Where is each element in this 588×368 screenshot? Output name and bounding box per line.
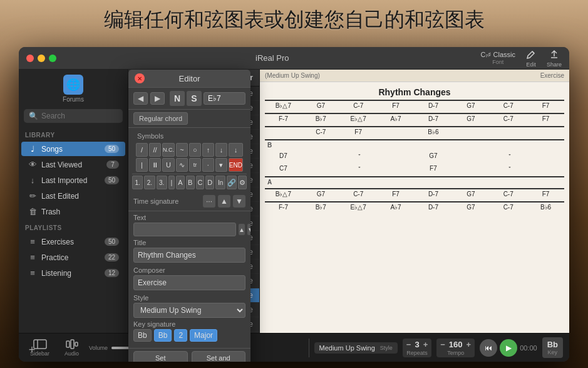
sidebar-item-trash[interactable]: 🗑 Trash	[21, 204, 125, 219]
chinese-title: 编辑任何和弦图表或创建您自己的和弦图表	[0, 6, 588, 34]
letter-a[interactable]: A	[176, 176, 185, 189]
maximize-button[interactable]	[49, 55, 56, 62]
marker-1[interactable]: 1.	[132, 176, 143, 189]
edit-button[interactable]: Edit	[525, 49, 537, 68]
symbols-label: Symbols	[132, 129, 247, 141]
key-sig-bb1[interactable]: Bb	[133, 329, 152, 342]
repeats-plus[interactable]: +	[423, 340, 428, 349]
time-sig-up[interactable]: ▲	[218, 195, 230, 208]
forums-label: Forums	[63, 96, 84, 103]
marker-3[interactable]: 3.	[157, 176, 167, 189]
editor-title: Editor	[179, 74, 200, 83]
symbols-grid: / // N.C. ~ ○ ↑ ↓ ↓ | ⏸ U ∿ tr · ▾ END	[132, 141, 247, 174]
tempo-minus[interactable]: −	[440, 340, 445, 349]
sheet-tempo-label: (Medium Up Swing)	[265, 72, 320, 79]
nav-forward-button[interactable]: ▶	[150, 92, 165, 105]
sym-dot[interactable]: ·	[202, 158, 214, 172]
forums-icon[interactable]: 🌐	[63, 75, 83, 95]
audio-icon	[66, 339, 78, 349]
key-sig-row: Bb Bb 2 Major	[133, 329, 245, 342]
text-up-button[interactable]: ▲	[239, 224, 245, 235]
sym-fermata[interactable]: U	[162, 158, 175, 172]
audio-toggle[interactable]: Audio	[59, 339, 84, 357]
sym-tr[interactable]: tr	[189, 158, 201, 172]
sym-circle[interactable]: ○	[189, 143, 201, 157]
letter-c[interactable]: C	[196, 176, 205, 189]
time-sig-dots[interactable]: ···	[203, 195, 215, 208]
chord-input[interactable]: E♭7	[204, 92, 245, 105]
sym-double-slash[interactable]: //	[149, 143, 161, 157]
sym-end[interactable]: END	[229, 158, 243, 172]
tempo-plus[interactable]: +	[467, 340, 472, 349]
sheet-row-1: B♭△7 G7 C-7 F7 D-7 G7 C-7 F7	[265, 100, 564, 110]
practice-icon: ≡	[28, 253, 38, 262]
style-value: Medium Up Swing	[319, 344, 375, 352]
text-down-button[interactable]: ▼	[247, 224, 250, 235]
text-input[interactable]	[133, 223, 236, 236]
sym-bar[interactable]: |	[136, 158, 148, 172]
letter-in[interactable]: In	[215, 176, 225, 189]
rewind-button[interactable]: ⏮	[480, 339, 497, 357]
sidebar-item-last-viewed[interactable]: 👁 Last Viewed 7	[21, 157, 125, 172]
title-bar-actions: C₇♯ Classic Font Edit Share	[481, 49, 562, 68]
minimize-button[interactable]	[38, 55, 45, 62]
repeats-minus[interactable]: −	[406, 340, 411, 349]
sidebar-item-songs[interactable]: ♩ Songs 50	[21, 142, 125, 156]
marker-2[interactable]: 2.	[144, 176, 155, 189]
style-display[interactable]: Medium Up Swing Style	[314, 342, 398, 354]
last-imported-icon: ↓	[28, 176, 38, 185]
sym-tilde[interactable]: ~	[176, 143, 188, 157]
sym-staccato[interactable]: ▾	[215, 158, 227, 172]
share-button[interactable]: Share	[547, 49, 562, 68]
letter-d[interactable]: D	[205, 176, 214, 189]
font-section: C₇♯ Classic Font	[481, 51, 515, 65]
time-sig-controls: ··· ▲ ▼	[203, 195, 245, 208]
letter-b[interactable]: B	[186, 176, 195, 189]
sym-up[interactable]: ↑	[202, 143, 214, 157]
song-title-input[interactable]	[133, 248, 245, 263]
volume-label: Volume	[89, 345, 108, 351]
marker-bar[interactable]: |	[168, 176, 175, 189]
listening-icon: ≡	[28, 268, 38, 278]
sidebar-item-listening[interactable]: ≡ Listening 12	[21, 266, 125, 280]
time-sig-down[interactable]: ▼	[233, 195, 245, 208]
key-sig-major[interactable]: Major	[190, 329, 217, 342]
sym-down1[interactable]: ↓	[215, 143, 227, 157]
nav-back-button[interactable]: ◀	[133, 92, 148, 105]
regular-chord-button[interactable]: Regular chord	[133, 112, 188, 125]
set-button[interactable]: Set	[133, 351, 188, 362]
key-value: Bb	[547, 340, 558, 349]
letter-gear[interactable]: ⚙	[238, 176, 247, 189]
sidebar-item-practice[interactable]: ≡ Practice 22	[21, 250, 125, 265]
editor-nav: ◀ ▶ N S E♭7	[128, 88, 250, 110]
search-box[interactable]: 🔍	[24, 109, 123, 123]
style-select[interactable]: Medium Up Swing	[133, 303, 245, 318]
title-bar: iReal Pro C₇♯ Classic Font Edit Share	[19, 47, 569, 70]
composer-label: Composer	[133, 266, 245, 274]
close-button[interactable]	[26, 55, 34, 62]
play-button[interactable]: ▶	[500, 339, 517, 357]
set-transpose-button[interactable]: Set and Transpose	[192, 351, 246, 362]
trash-icon: 🗑	[28, 207, 38, 216]
letter-link[interactable]: 🔗	[227, 176, 237, 189]
sym-wave[interactable]: ∿	[176, 158, 188, 172]
sidebar-item-exercises[interactable]: ≡ Exercises 50	[21, 234, 125, 249]
sym-pause[interactable]: ⏸	[149, 158, 161, 172]
main-content: 🌐 Forums 🔍 LIBRARY ♩ Songs 50 👁 Last Vie…	[19, 70, 569, 333]
chord-s: S	[187, 91, 202, 106]
sym-nc[interactable]: N.C.	[162, 143, 175, 157]
search-input[interactable]	[41, 112, 118, 120]
play-controls: ⏮ ▶ 00:00	[480, 339, 537, 357]
key-sig-2[interactable]: 2	[174, 329, 187, 342]
traffic-lights	[26, 55, 56, 62]
key-sig-bb2[interactable]: Bb	[154, 329, 172, 342]
key-display[interactable]: Bb Key	[542, 337, 563, 358]
sym-slash[interactable]: /	[136, 143, 148, 157]
sym-down2[interactable]: ↓	[229, 143, 243, 157]
sidebar-item-last-imported[interactable]: ↓ Last Imported 50	[21, 173, 125, 187]
text-label: Text	[133, 214, 245, 221]
bottom-toolbar: Sidebar Audio Volume Medium Up Swing Sty…	[19, 333, 569, 362]
composer-input[interactable]	[133, 275, 245, 290]
sidebar-item-last-edited[interactable]: ✏ Last Edited	[21, 189, 125, 203]
editor-close-button[interactable]: ✕	[135, 73, 145, 83]
